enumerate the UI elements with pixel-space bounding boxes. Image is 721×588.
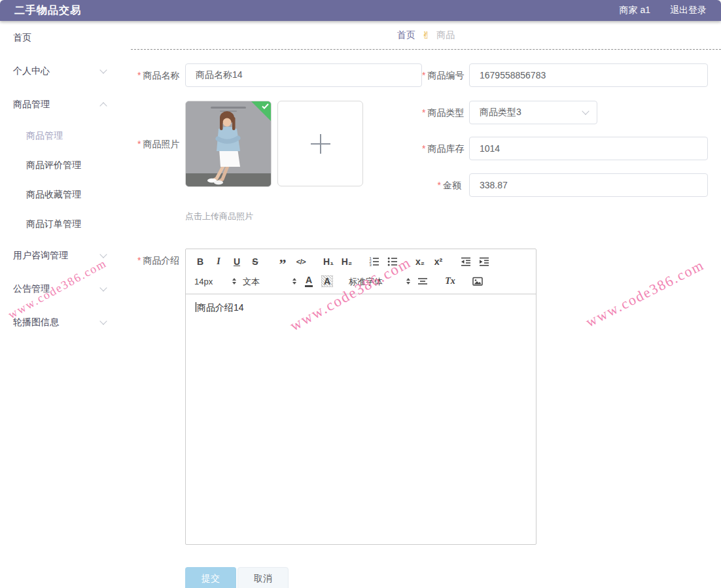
sidebar-item[interactable]: 轮播图信息 bbox=[0, 305, 131, 339]
toolbar-glyph: 文本 bbox=[243, 277, 260, 286]
amount-input[interactable] bbox=[469, 173, 708, 197]
chevron-down-icon bbox=[582, 107, 589, 114]
product-photo-label: *商品照片 bbox=[137, 132, 177, 156]
sidebar-item[interactable]: 商品收藏管理 bbox=[0, 180, 131, 209]
chevron-down-icon bbox=[99, 284, 107, 291]
hand-emoji-icon: ✌ bbox=[422, 29, 431, 41]
toolbar-glyph: U bbox=[234, 257, 240, 266]
field-amount: *金额 bbox=[422, 173, 708, 197]
logout-link[interactable]: 退出登录 bbox=[670, 5, 707, 16]
clean-button[interactable]: Tx bbox=[441, 273, 459, 289]
subscript-button[interactable]: x₂ bbox=[411, 254, 429, 269]
product-stock-input[interactable] bbox=[469, 137, 708, 160]
submit-button[interactable]: 提交 bbox=[185, 567, 236, 588]
toolbar-glyph: A bbox=[305, 275, 313, 287]
sidebar: 首页个人中心商品管理商品管理商品评价管理商品收藏管理商品订单管理用户咨询管理公告… bbox=[0, 21, 131, 588]
breadcrumb-current: 商品 bbox=[436, 29, 455, 41]
toolbar-glyph: H₂ bbox=[342, 257, 352, 266]
form-row-name-code: *商品名称 *商品编号 bbox=[137, 63, 721, 87]
product-name-input[interactable] bbox=[185, 63, 422, 87]
upload-photo-button[interactable] bbox=[277, 101, 363, 186]
field-product-name: *商品名称 bbox=[137, 63, 422, 87]
cancel-button[interactable]: 取消 bbox=[237, 567, 289, 588]
product-stock-label: *商品库存 bbox=[422, 137, 461, 160]
field-product-photo: *商品照片 bbox=[137, 101, 422, 222]
text-cursor bbox=[196, 302, 196, 312]
sidebar-item[interactable]: 商品评价管理 bbox=[0, 150, 131, 180]
sidebar-item[interactable]: 用户咨询管理 bbox=[0, 239, 131, 272]
form-col-right: *商品类型 商品类型3 *商品库存 *金额 bbox=[422, 101, 708, 222]
italic-button[interactable]: I bbox=[209, 254, 228, 269]
bold-button[interactable]: B bbox=[191, 254, 209, 269]
merchant-account-link[interactable]: 商家 a1 bbox=[620, 5, 650, 16]
text-style-picker[interactable]: 文本 bbox=[239, 273, 300, 289]
align-icon bbox=[417, 275, 429, 287]
form-row-intro: *商品介绍 BIUS”</>H₁H₂123x₂x²14px文本AA标准字体Tx … bbox=[137, 249, 721, 545]
product-form: *商品名称 *商品编号 *商品照片 bbox=[131, 50, 721, 588]
ordered-list-icon: 123 bbox=[368, 256, 380, 268]
sidebar-item-label: 商品评价管理 bbox=[26, 160, 81, 171]
product-intro-label: *商品介绍 bbox=[137, 249, 177, 267]
sidebar-item[interactable]: 商品订单管理 bbox=[0, 209, 131, 239]
product-code-label: *商品编号 bbox=[422, 63, 461, 87]
field-product-code: *商品编号 bbox=[422, 63, 708, 87]
bullet-list-icon bbox=[387, 256, 398, 268]
chevron-down-icon bbox=[99, 66, 107, 73]
toolbar-glyph: x₂ bbox=[415, 257, 425, 266]
outdent-button[interactable] bbox=[457, 254, 475, 269]
underline-button[interactable]: U bbox=[228, 254, 246, 269]
upload-hint-text: 点击上传商品照片 bbox=[185, 211, 422, 222]
sidebar-item-label: 首页 bbox=[13, 32, 31, 44]
toolbar-glyph: Tx bbox=[445, 277, 455, 286]
picker-arrows-icon bbox=[406, 278, 410, 285]
field-product-stock: *商品库存 bbox=[422, 137, 708, 160]
product-photo-thumbnail[interactable] bbox=[185, 101, 272, 187]
main-content: 首页 ✌ 商品 *商品名称 *商品编号 *商品照片 bbox=[131, 21, 721, 588]
editor-content[interactable]: 商品介绍14 bbox=[186, 294, 536, 544]
svg-text:3: 3 bbox=[370, 263, 372, 267]
header-2-button[interactable]: H₂ bbox=[338, 254, 356, 269]
intro-text: 商品介绍14 bbox=[197, 302, 244, 313]
product-code-input[interactable] bbox=[469, 63, 708, 87]
rich-text-editor: BIUS”</>H₁H₂123x₂x²14px文本AA标准字体Tx 商品介绍14 bbox=[185, 249, 536, 545]
product-type-label: *商品类型 bbox=[422, 101, 461, 124]
picker-arrows-icon bbox=[232, 278, 236, 285]
toolbar-glyph: </> bbox=[296, 258, 306, 266]
check-icon bbox=[262, 103, 269, 109]
sidebar-item[interactable]: 个人中心 bbox=[0, 54, 131, 88]
breadcrumb-home-link[interactable]: 首页 bbox=[397, 29, 415, 41]
sidebar-item[interactable]: 首页 bbox=[0, 21, 131, 54]
sidebar-item[interactable]: 商品管理 bbox=[0, 88, 131, 121]
product-type-select[interactable]: 商品类型3 bbox=[469, 101, 597, 124]
toolbar-glyph: 标准字体 bbox=[349, 277, 383, 286]
chevron-up-icon bbox=[99, 102, 107, 109]
code-block-button[interactable]: </> bbox=[292, 254, 310, 269]
toolbar-glyph: B bbox=[197, 257, 203, 266]
sidebar-item-label: 商品管理 bbox=[26, 130, 63, 142]
sidebar-item-label: 个人中心 bbox=[13, 65, 50, 77]
align-button[interactable] bbox=[413, 273, 432, 289]
sidebar-item-label: 轮播图信息 bbox=[13, 317, 59, 328]
background-color-button[interactable]: A bbox=[318, 273, 336, 289]
app-header: 二手物品交易 商家 a1 退出登录 bbox=[0, 0, 721, 21]
sidebar-item[interactable]: 公告管理 bbox=[0, 272, 131, 305]
font-picker[interactable]: 标准字体 bbox=[345, 273, 413, 289]
sidebar-item-label: 商品订单管理 bbox=[26, 218, 81, 230]
indent-icon bbox=[478, 256, 490, 268]
app: 二手物品交易 商家 a1 退出登录 首页个人中心商品管理商品管理商品评价管理商品… bbox=[0, 0, 721, 588]
bullet-list-button[interactable] bbox=[383, 254, 402, 269]
image-button[interactable] bbox=[468, 273, 487, 289]
sidebar-item[interactable]: 商品管理 bbox=[0, 121, 131, 150]
superscript-button[interactable]: x² bbox=[429, 254, 448, 269]
header-1-button[interactable]: H₁ bbox=[319, 254, 338, 269]
strike-button[interactable]: S bbox=[246, 254, 264, 269]
chevron-down-icon bbox=[99, 317, 107, 324]
toolbar-glyph: ” bbox=[279, 262, 287, 268]
product-photo bbox=[186, 101, 271, 186]
ordered-list-button[interactable]: 123 bbox=[365, 254, 383, 269]
indent-button[interactable] bbox=[475, 254, 493, 269]
size-picker[interactable]: 14px bbox=[191, 273, 239, 289]
blockquote-button[interactable]: ” bbox=[273, 254, 292, 269]
toolbar-glyph: x² bbox=[434, 257, 442, 266]
text-color-button[interactable]: A bbox=[300, 273, 318, 289]
